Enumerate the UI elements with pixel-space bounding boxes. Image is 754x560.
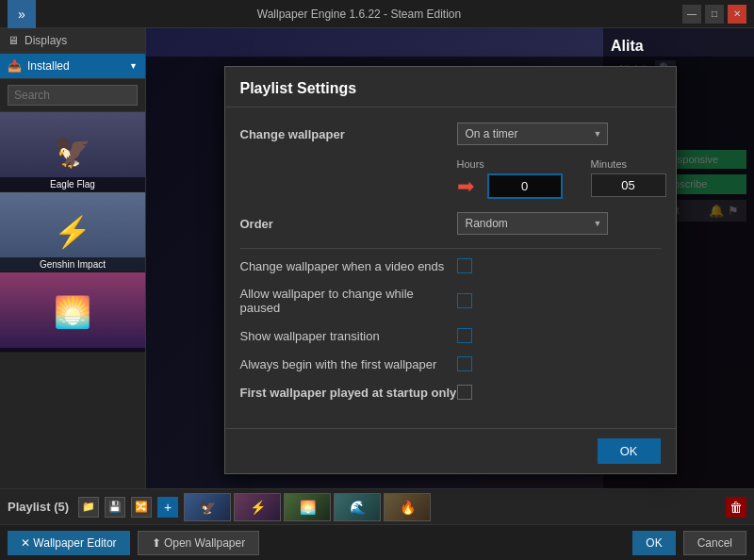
playlist-add-btn[interactable]: +	[157, 497, 178, 518]
startup-checkbox[interactable]	[457, 385, 472, 400]
checkbox-label-1: Allow wallpaper to change while paused	[240, 287, 457, 315]
thumb-bg: 🌅	[0, 272, 145, 352]
modal-divider	[240, 248, 661, 249]
checkbox-1[interactable]	[457, 293, 472, 308]
order-select[interactable]: Random Sequential	[457, 212, 608, 235]
arrow-indicator: ➡	[457, 174, 474, 199]
list-item[interactable]: 🌅	[0, 272, 145, 353]
checkbox-0[interactable]	[457, 258, 472, 273]
time-inputs: Hours ➡ Minutes	[240, 158, 661, 199]
checkbox-label-0: Change wallpaper when a video ends	[240, 259, 457, 273]
startup-control	[457, 385, 661, 400]
playlist-thumbnails: 🦅 ⚡ 🌅 🌊 🔥	[184, 493, 720, 521]
checkbox-control-0	[457, 258, 661, 273]
list-item[interactable]: 🌊	[334, 493, 381, 521]
change-wallpaper-label: Change wallpaper	[240, 127, 457, 141]
wallpaper-editor-button[interactable]: ✕ Wallpaper Editor	[8, 531, 130, 555]
thumb-label	[0, 348, 145, 352]
list-item[interactable]: ⚡ Genshin Impact	[0, 192, 145, 272]
list-item[interactable]: 🔥	[384, 493, 431, 521]
sidebar-installed[interactable]: 📥 Installed ▼	[0, 54, 145, 79]
minutes-label: Minutes	[591, 158, 666, 170]
open-wallpaper-button[interactable]: ⬆ Open Wallpaper	[138, 531, 260, 555]
bottom-bar: ✕ Wallpaper Editor ⬆ Open Wallpaper OK C…	[0, 524, 754, 560]
playlist-save-btn[interactable]: 💾	[105, 497, 125, 518]
order-control: Random Sequential	[457, 212, 661, 235]
installed-icon: 📥	[8, 59, 22, 73]
sidebar: 🖥 Displays 📥 Installed ▼ 🦅 Eagle Flag ⚡ …	[0, 28, 146, 524]
minutes-input[interactable]	[591, 173, 666, 197]
change-wallpaper-select[interactable]: On a timer When I log in On demand	[457, 123, 608, 145]
modal-ok-button[interactable]: OK	[598, 438, 661, 464]
playlist-shuffle-btn[interactable]: 🔀	[131, 497, 152, 518]
display-icon: 🖥	[8, 34, 19, 47]
thumb-label: Genshin Impact	[0, 257, 145, 272]
order-label: Order	[240, 217, 457, 231]
maximize-button[interactable]: □	[705, 5, 724, 24]
checkbox-control-3	[457, 356, 661, 371]
checkbox-row-2: Show wallpaper transition	[240, 328, 661, 343]
hours-input[interactable]	[487, 173, 563, 199]
list-item[interactable]: 🦅 Eagle Flag	[0, 112, 145, 192]
list-item[interactable]: ⚡	[234, 493, 281, 521]
checkbox-3[interactable]	[457, 356, 472, 371]
sidebar-search-area	[0, 79, 145, 112]
window-controls: — □ ✕	[682, 5, 746, 24]
app-title: Wallpaper Engine 1.6.22 - Steam Edition	[36, 8, 682, 21]
modal-footer: OK	[225, 428, 676, 473]
playlist-bar: Playlist (5) 📁 💾 🔀 + 🦅 ⚡ 🌅 🌊 🔥 🗑	[0, 488, 754, 524]
hours-group: Hours ➡	[457, 158, 563, 199]
hours-label: Hours	[457, 158, 563, 170]
close-button[interactable]: ✕	[728, 5, 746, 24]
change-wallpaper-control: On a timer When I log in On demand	[457, 123, 661, 145]
cancel-button[interactable]: Cancel	[683, 531, 746, 555]
sidebar-displays[interactable]: 🖥 Displays	[0, 28, 145, 54]
modal-overlay: Playlist Settings Change wallpaper On a …	[146, 57, 754, 488]
checkbox-label-3: Always begin with the first wallpaper	[240, 357, 457, 371]
checkbox-2[interactable]	[457, 328, 472, 343]
playlist-folder-btn[interactable]: 📁	[78, 497, 99, 518]
checkbox-control-2	[457, 328, 661, 343]
playlist-title: Playlist (5)	[8, 500, 69, 514]
wallpaper-title: Alita	[611, 38, 746, 55]
order-row: Order Random Sequential	[240, 212, 661, 235]
checkbox-label-2: Show wallpaper transition	[240, 329, 457, 343]
change-wallpaper-select-wrapper: On a timer When I log in On demand	[457, 123, 608, 145]
checkbox-row-3: Always begin with the first wallpaper	[240, 356, 661, 371]
modal-title: Playlist Settings	[225, 67, 676, 107]
playlist-settings-modal: Playlist Settings Change wallpaper On a …	[224, 66, 677, 474]
sidebar-thumbnails: 🦅 Eagle Flag ⚡ Genshin Impact 🌅	[0, 112, 145, 524]
title-bar: » Wallpaper Engine 1.6.22 - Steam Editio…	[0, 0, 754, 28]
checkbox-row-1: Allow wallpaper to change while paused	[240, 287, 661, 315]
checkbox-row-0: Change wallpaper when a video ends	[240, 258, 661, 273]
right-panel: Alita a Nightly 🔍 ★★★ ♥ ne 71 MB ction 4…	[146, 28, 754, 524]
thumb-label: Eagle Flag	[0, 177, 145, 191]
minimize-button[interactable]: —	[682, 5, 701, 24]
order-select-wrapper: Random Sequential	[457, 212, 608, 235]
main-layout: 🖥 Displays 📥 Installed ▼ 🦅 Eagle Flag ⚡ …	[0, 28, 754, 524]
playlist-delete-btn[interactable]: 🗑	[726, 497, 746, 518]
ok-button[interactable]: OK	[632, 531, 675, 555]
back-forward-btn[interactable]: »	[8, 0, 36, 28]
modal-body: Change wallpaper On a timer When I log i…	[225, 107, 676, 428]
search-input[interactable]	[8, 85, 138, 106]
minutes-group: Minutes	[591, 158, 666, 199]
change-wallpaper-row: Change wallpaper On a timer When I log i…	[240, 123, 661, 145]
startup-row: First wallpaper played at startup only	[240, 385, 661, 400]
list-item[interactable]: 🌅	[284, 493, 331, 521]
checkbox-control-1	[457, 293, 661, 308]
startup-label: First wallpaper played at startup only	[240, 386, 457, 400]
list-item[interactable]: 🦅	[184, 493, 231, 521]
